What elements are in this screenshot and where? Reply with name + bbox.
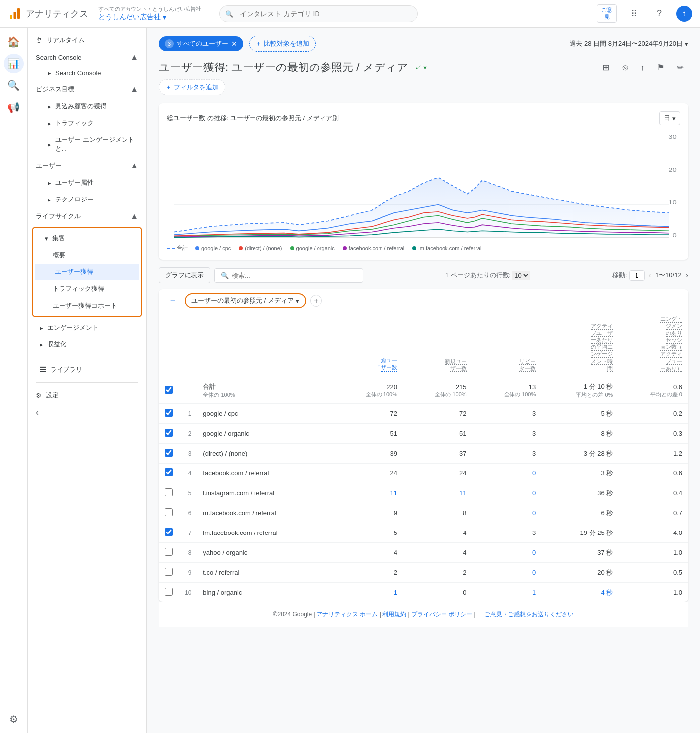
sidebar-section-users[interactable]: ユーザー ▲	[28, 157, 146, 174]
sidebar-icon-explore[interactable]: 🔍	[4, 75, 24, 95]
table-search-input[interactable]	[232, 272, 357, 279]
col-header-total-users[interactable]: ↓ 総ユー ザー数	[334, 310, 403, 377]
row-new-cell: 4	[403, 523, 473, 543]
sidebar-icon-home[interactable]: 🏠	[4, 32, 24, 52]
row-total-cell: 39	[334, 444, 403, 464]
edit-button[interactable]: ✏	[673, 60, 688, 75]
sidebar-icon-advertising[interactable]: 📢	[4, 97, 24, 117]
row-checkbox[interactable]	[165, 409, 173, 417]
sidebar-item-traffic[interactable]: ▸ トラフィック	[28, 115, 142, 132]
compare-button[interactable]: ⊙	[618, 60, 633, 75]
add-filter-button[interactable]: ＋ フィルタを追加	[159, 79, 225, 95]
deselect-all-icon[interactable]: −	[170, 296, 176, 306]
footer-link-terms[interactable]: 利用規約	[382, 611, 406, 618]
row-total-cell: 51	[334, 424, 403, 444]
avatar[interactable]: t	[676, 6, 692, 22]
row-eng-cell: 1.0	[619, 543, 688, 563]
row-checkbox[interactable]	[165, 548, 173, 556]
row-time-cell: 3 分 28 秒	[542, 444, 619, 464]
share-button[interactable]: ↑	[636, 60, 649, 75]
row-checkbox[interactable]	[165, 449, 173, 457]
sidebar-item-user-attributes[interactable]: ▸ ユーザー属性	[28, 174, 142, 191]
sidebar-icon-reports[interactable]: 📊	[4, 54, 24, 73]
help-icon[interactable]: ?	[650, 5, 668, 23]
sidebar-item-user-acquisition[interactable]: ユーザー獲得	[35, 264, 139, 280]
bullet-icon: ▸	[40, 324, 43, 332]
segment-chip[interactable]: 3 すべてのユーザー ✕	[159, 36, 243, 51]
row-ret-cell: 0	[473, 503, 542, 523]
graph-display-button[interactable]: グラフに表示	[159, 267, 210, 283]
row-dim-cell: t.co / referral	[197, 563, 334, 583]
dimension-selector[interactable]: ユーザーの最初の参照元 / メディア ▾	[185, 293, 306, 308]
segment-label: すべてのユーザー	[177, 39, 228, 48]
search-input[interactable]	[219, 5, 418, 22]
footer-link-privacy[interactable]: プライバシー ポリシー	[411, 611, 472, 618]
col-header-returning[interactable]: リビー ター数	[473, 310, 542, 377]
sidebar-item-engagement[interactable]: ▸ エンゲージメント	[28, 319, 142, 336]
col-header-new-users[interactable]: 新規ユー ザー数	[403, 310, 473, 377]
row-num-cell: 1	[179, 404, 197, 424]
sidebar-item-technology[interactable]: ▸ テクノロジー	[28, 191, 142, 208]
sidebar-item-traffic-acquisition[interactable]: トラフィック獲得	[33, 280, 141, 297]
main-content: 3 すべてのユーザー ✕ ＋ 比較対象を追加 過去 28 日間 8月24日〜20…	[147, 28, 700, 733]
account-selector[interactable]: すべてのアカウント › とうしんだい広告社 とうしんだい広告社 ▾	[98, 5, 201, 22]
collapse-sidebar-button[interactable]: ‹	[36, 407, 39, 418]
page-number-input[interactable]	[629, 270, 645, 281]
row-checkbox[interactable]	[165, 468, 173, 476]
period-selector[interactable]: 日 ▾	[659, 111, 680, 125]
table-row: 6 m.facebook.com / referral 9 8 0 6 秒 0.…	[159, 503, 688, 523]
row-checkbox[interactable]	[165, 488, 173, 496]
segment-close-icon[interactable]: ✕	[231, 40, 237, 48]
move-to-page: 移動:	[612, 270, 645, 281]
total-num-cell	[179, 377, 197, 404]
next-page-button[interactable]: ›	[686, 271, 688, 280]
row-checkbox[interactable]	[165, 429, 173, 437]
total-checkbox[interactable]	[165, 386, 173, 394]
sidebar-item-user-cohort[interactable]: ユーザー獲得コホート	[33, 297, 141, 314]
col-header-engaged-sessions[interactable]: エング・ ジメン のあり セッシ ョン数（ アクティ ブユー ーあり）	[619, 310, 688, 377]
apps-icon[interactable]: ⠿	[625, 5, 642, 23]
favorite-button[interactable]: ⚑	[653, 60, 669, 75]
footer-link-home[interactable]: アナリティクス ホーム	[317, 611, 378, 618]
row-checkbox[interactable]	[165, 528, 173, 536]
sidebar-section-business-goals[interactable]: ビジネス目標 ▲	[28, 81, 146, 98]
account-dropdown-icon: ▾	[163, 13, 166, 21]
sidebar-item-monetization[interactable]: ▸ 収益化	[28, 336, 142, 353]
add-comparison-button[interactable]: ＋ 比較対象を追加	[249, 36, 316, 52]
sidebar-item-realtime[interactable]: ⏱ リアルタイム	[28, 32, 146, 49]
sidebar-item-overview[interactable]: 概要	[33, 247, 141, 264]
sidebar-item-search-console[interactable]: ▸ Search Console	[28, 66, 142, 81]
row-total-cell: 4	[334, 543, 403, 563]
row-checkbox[interactable]	[165, 508, 173, 516]
row-dim-cell: m.facebook.com / referral	[197, 503, 334, 523]
row-ret-cell: 1	[473, 583, 542, 602]
rows-per-page-select[interactable]: 10 25 50	[512, 271, 530, 280]
table-view-button[interactable]: ⊞	[598, 60, 614, 75]
account-name[interactable]: とうしんだい広告社 ▾	[98, 13, 201, 22]
footer-link-feedback[interactable]: ご意見・ご感想をお送りください	[484, 611, 573, 618]
col-header-avg-time[interactable]: アクティ ブユーザ ーあたり の平均エ ンゲージ メント時 間	[542, 310, 619, 377]
sidebar-icon-settings[interactable]: ⚙	[4, 709, 24, 729]
row-ret-cell: 3	[473, 444, 542, 464]
table-row: 8 yahoo / organic 4 4 0 37 秒 1.0	[159, 543, 688, 563]
data-status[interactable]: ✓ ▾	[414, 64, 427, 71]
sidebar-settings[interactable]: ⚙ 設定	[28, 387, 146, 403]
sidebar-item-user-engagement[interactable]: ▸ ユーザー エンゲージメントと...	[28, 132, 142, 157]
sidebar-item-prospects[interactable]: ▸ 見込み顧客の獲得	[28, 98, 142, 115]
sidebar-section-lifecycle[interactable]: ライフサイクル ▲	[28, 208, 146, 225]
row-total-cell: 72	[334, 404, 403, 424]
report-button[interactable]: ご意 見	[597, 4, 617, 22]
date-range-selector[interactable]: 過去 28 日間 8月24日〜2024年9月20日 ▾	[570, 39, 688, 48]
row-time-cell: 4 秒	[542, 583, 619, 602]
row-checkbox[interactable]	[165, 588, 173, 596]
sidebar-item-library[interactable]: ☰ ライブラリ	[28, 361, 142, 378]
prev-page-button[interactable]: ‹	[649, 271, 651, 280]
row-time-cell: 3 秒	[542, 464, 619, 483]
row-num-cell: 7	[179, 523, 197, 543]
row-checkbox[interactable]	[165, 568, 173, 576]
library-icon: ☰	[40, 365, 46, 374]
add-dimension-button[interactable]: ＋	[310, 295, 322, 307]
sidebar-section-search-console[interactable]: Search Console ▲	[28, 49, 146, 66]
table-total-row: 合計 全体の 100% 220 全体の 100% 215 全体の 100%	[159, 377, 688, 404]
sidebar-item-acquisition[interactable]: ▾ 集客	[33, 230, 141, 247]
